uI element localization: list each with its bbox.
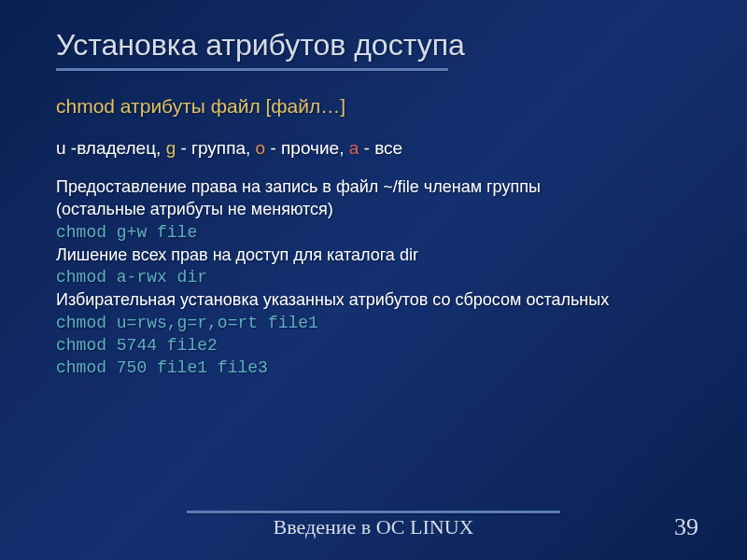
- body-line-3: Лишение всех прав на доступ для каталога…: [56, 244, 700, 266]
- footer: Введение в ОС LINUX: [0, 511, 747, 539]
- cat-u-label: -владелец,: [66, 138, 166, 158]
- cat-o-label: - прочие,: [265, 138, 349, 158]
- cat-o-key: o: [256, 138, 266, 158]
- category-legend: u -владелец, g - группа, o - прочие, a -…: [56, 138, 700, 159]
- page-number: 39: [674, 513, 698, 541]
- body-line-2: (остальные атрибуты не меняются): [56, 198, 700, 220]
- body-line-4: Избирательная установка указанных атрибу…: [56, 288, 700, 311]
- slide: Установка атрибутов доступа chmod атрибу…: [0, 0, 747, 560]
- command-syntax: chmod атрибуты файл [файл…]: [56, 95, 700, 118]
- footer-text: Введение в ОС LINUX: [274, 515, 474, 539]
- code-line-5: chmod 750 file1 file3: [56, 357, 700, 379]
- code-line-2: chmod a-rwx dir: [56, 266, 700, 288]
- cat-u-key: u: [56, 138, 66, 158]
- code-line-1: chmod g+w file: [56, 221, 700, 244]
- cat-a-label: - все: [359, 138, 402, 158]
- slide-title: Установка атрибутов доступа: [56, 28, 700, 63]
- cat-g-key: g: [166, 138, 176, 158]
- slide-body: Предоставление права на запись в файл ~/…: [56, 175, 700, 380]
- footer-line: [187, 511, 560, 513]
- code-line-3: chmod u=rws,g=r,o=rt file1: [56, 312, 700, 334]
- body-line-1: Предоставление права на запись в файл ~/…: [56, 175, 700, 198]
- title-underline: [56, 68, 448, 71]
- cat-a-key: a: [349, 138, 359, 158]
- cat-g-label: - группа,: [176, 138, 255, 158]
- code-line-4: chmod 5744 file2: [56, 334, 700, 357]
